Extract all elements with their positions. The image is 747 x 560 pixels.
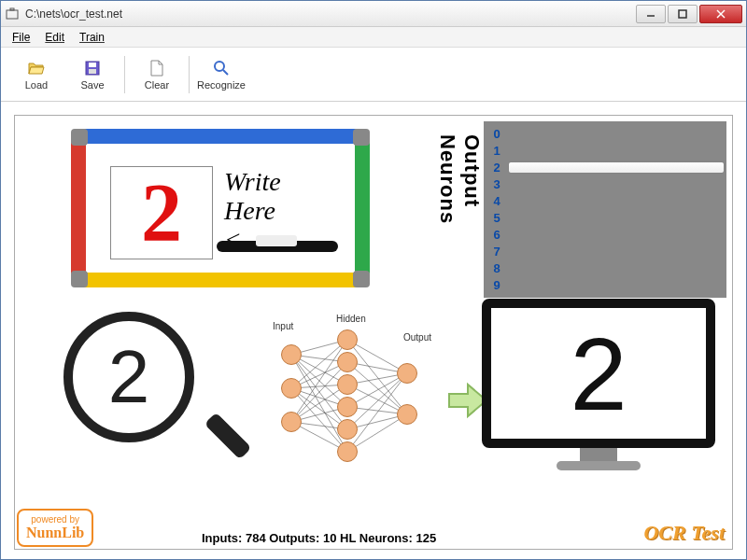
- save-button[interactable]: Save: [64, 52, 120, 97]
- svg-rect-0: [7, 10, 18, 19]
- neuron-bar: [506, 261, 723, 275]
- network-stats: Inputs: 784 Outputs: 10 HL Neurons: 125: [202, 531, 436, 545]
- neuron-row: 3: [487, 176, 723, 192]
- output-neurons-label: Output Neurons: [435, 134, 484, 293]
- neuron-id: 0: [487, 127, 506, 141]
- svg-point-9: [215, 62, 224, 71]
- recognize-button[interactable]: Recognize: [193, 52, 249, 97]
- menu-train[interactable]: Train: [72, 28, 112, 47]
- save-icon: [83, 59, 102, 77]
- draw-input-area[interactable]: 2: [110, 166, 213, 259]
- svg-rect-1: [10, 8, 14, 10]
- window-title: C:\nets\ocr_test.net: [25, 7, 634, 21]
- neuron-id: 6: [487, 228, 506, 242]
- neuron-row: 8: [487, 260, 723, 276]
- neuron-bar: [506, 228, 723, 242]
- nn-diagram: Input Hidden Output: [258, 321, 444, 470]
- maximize-button[interactable]: [668, 5, 698, 23]
- neuron-row: 9: [487, 277, 723, 293]
- whiteboard: 2 Write Here <-: [71, 129, 370, 287]
- toolbar: Load Save Clear Recognize: [1, 48, 746, 102]
- svg-line-10: [223, 70, 228, 75]
- canvas-area: 2 Write Here <- Output Neurons 012345678…: [14, 115, 733, 550]
- clear-button[interactable]: Clear: [129, 52, 185, 97]
- titlebar: C:\nets\ocr_test.net: [1, 1, 746, 27]
- toolbar-separator: [124, 56, 125, 93]
- sample-magnifier: 2: [63, 312, 232, 480]
- marker-icon: [217, 241, 338, 252]
- neuron-bar: [506, 127, 723, 141]
- neuron-bar: [506, 211, 723, 225]
- neuron-row: 0: [487, 126, 723, 142]
- neuron-row: 4: [487, 193, 723, 209]
- neuron-id: 7: [487, 245, 506, 259]
- toolbar-separator: [189, 56, 190, 93]
- neuron-bar: [506, 245, 723, 259]
- powered-by-badge: powered by NunnLib: [17, 509, 93, 547]
- neuron-id: 3: [487, 177, 506, 191]
- neuron-bar: [506, 177, 723, 191]
- neuron-id: 5: [487, 211, 506, 225]
- neuron-bar: [506, 161, 723, 175]
- app-brand: OCR Test: [643, 521, 725, 545]
- neuron-id: 4: [487, 194, 506, 208]
- output-neurons-panel: 0123456789: [484, 121, 726, 298]
- neuron-id: 8: [487, 261, 506, 275]
- neuron-id: 2: [487, 161, 506, 175]
- document-icon: [148, 59, 166, 77]
- content-area: 2 Write Here <- Output Neurons 012345678…: [1, 102, 746, 559]
- svg-rect-7: [89, 63, 96, 67]
- svg-rect-3: [679, 10, 686, 18]
- result-digit: 2: [570, 315, 627, 433]
- neuron-bar: [506, 144, 723, 158]
- result-monitor: 2: [472, 299, 725, 485]
- app-icon: [5, 7, 20, 21]
- neuron-id: 1: [487, 144, 506, 158]
- menubar: File Edit Train: [1, 27, 746, 48]
- neuron-row: 6: [487, 227, 723, 243]
- folder-open-icon: [27, 59, 46, 77]
- close-button[interactable]: [699, 5, 742, 23]
- sampled-digit: 2: [108, 334, 150, 420]
- svg-rect-8: [89, 69, 96, 74]
- neuron-bar: [506, 278, 723, 292]
- magnifier-icon: [212, 59, 231, 77]
- neuron-row: 7: [487, 244, 723, 259]
- app-window: C:\nets\ocr_test.net File Edit Train Loa…: [0, 0, 747, 560]
- neuron-bar: [506, 194, 723, 208]
- load-button[interactable]: Load: [8, 52, 64, 97]
- minimize-button[interactable]: [636, 5, 666, 23]
- menu-edit[interactable]: Edit: [37, 28, 72, 47]
- neuron-row: 5: [487, 210, 723, 226]
- drawn-digit: 2: [141, 175, 182, 249]
- neuron-row: 2: [487, 160, 723, 175]
- neuron-id: 9: [487, 278, 506, 292]
- menu-file[interactable]: File: [5, 28, 37, 47]
- neuron-row: 1: [487, 143, 723, 159]
